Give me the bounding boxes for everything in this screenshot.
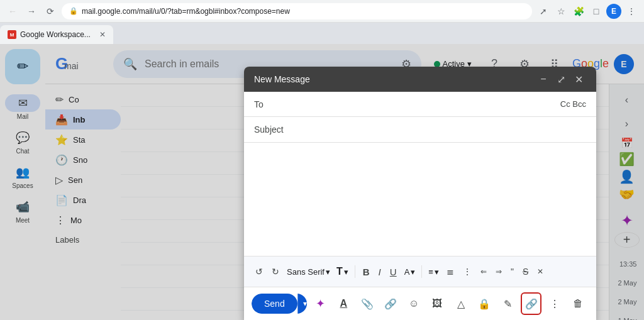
timestamp-2: 2 May — [617, 274, 637, 292]
redo-button[interactable]: ↻ — [268, 263, 283, 280]
align-chevron: ▾ — [435, 267, 439, 277]
url-text: mail.google.com/mail/u/0/?tab=rm&ogbl#in… — [82, 7, 290, 16]
send-wrapper: Send ▾ — [252, 294, 307, 314]
subject-field: Subject — [244, 117, 596, 142]
bulleted-list-button[interactable]: ⋮ — [459, 263, 475, 280]
link-button[interactable]: 🔗 — [380, 292, 401, 315]
font-family-chevron: ▾ — [326, 267, 330, 277]
quote-button[interactable]: " — [507, 263, 518, 280]
bold-button[interactable]: B — [359, 263, 374, 280]
tab-close-button[interactable]: ✕ — [99, 30, 106, 39]
smart-compose-button[interactable]: 🔗 — [521, 292, 542, 315]
drafts-nav-label: Dra — [73, 196, 86, 205]
send-arrow-button[interactable]: ▾ — [297, 294, 308, 314]
indent-decrease-button[interactable]: ⇐ — [477, 263, 491, 280]
strikethrough-button[interactable]: S — [519, 263, 532, 280]
delete-draft-button[interactable]: 🗑 — [568, 292, 589, 315]
ai-icon[interactable]: ✦ — [614, 212, 640, 229]
cc-bcc-button[interactable]: Cc Bcc — [560, 99, 586, 109]
right-panel-nav-up[interactable]: ‹ — [623, 89, 631, 111]
chat-icon: 💬 — [5, 129, 40, 146]
drive-button[interactable]: △ — [450, 292, 471, 315]
collab-icon[interactable]: 🤝 — [614, 187, 640, 202]
active-tab[interactable]: M Google Workspace... ✕ — [0, 25, 113, 44]
left-nav-compose[interactable]: ✏ Co — [45, 89, 121, 109]
sidebar-item-meet[interactable]: 📹 Meet — [0, 194, 45, 228]
contacts-icon[interactable]: 👤 — [614, 169, 640, 184]
sidebar-item-spaces[interactable]: 👥 Spaces — [0, 160, 45, 193]
font-size-select[interactable]: T ▾ — [334, 265, 351, 279]
align-select[interactable]: ≡ ▾ — [426, 266, 441, 278]
menu-button[interactable]: ⋮ — [624, 4, 639, 19]
spaces-icon: 👥 — [5, 163, 40, 181]
emoji-button[interactable]: ☺ — [404, 292, 425, 315]
browser-avatar[interactable]: E — [606, 4, 621, 19]
user-avatar[interactable]: E — [614, 54, 634, 74]
address-bar[interactable]: 🔒 mail.google.com/mail/u/0/?tab=rm&ogbl#… — [62, 3, 532, 19]
drafts-icon: 📄 — [55, 194, 68, 206]
calendar-icon[interactable]: 📅 — [614, 137, 640, 149]
left-nav-sent[interactable]: ▷ Sen — [45, 170, 121, 190]
reload-button[interactable]: ⟳ — [43, 4, 58, 19]
browser-actions: ➚ ☆ 🧩 □ E ⋮ — [536, 4, 639, 19]
left-nav-starred[interactable]: ⭐ Sta — [45, 130, 121, 150]
attach-button[interactable]: 📎 — [357, 292, 377, 315]
subject-label: Subject — [254, 124, 292, 135]
close-button[interactable]: ✕ — [571, 72, 586, 87]
starred-nav-label: Sta — [73, 135, 86, 145]
minimize-button[interactable]: − — [536, 72, 551, 87]
compose-button[interactable]: ✏ — [5, 49, 40, 84]
tab-favicon: M — [8, 30, 16, 39]
text-color-button[interactable]: A — [333, 292, 354, 315]
ai-assist-button[interactable]: ✦ — [309, 292, 330, 315]
left-nav-inbox[interactable]: 📥 Inb — [45, 109, 121, 130]
share-button[interactable]: ➚ — [536, 4, 551, 19]
lock-button[interactable]: 🔒 — [474, 292, 494, 315]
to-field: To Cc Bcc — [244, 92, 596, 117]
compose-header: New Message − ⤢ ✕ — [244, 67, 596, 92]
extensions-button[interactable]: 🧩 — [571, 4, 586, 19]
compose-toolbar: ↺ ↻ Sans Serif ▾ T ▾ B I U A — [244, 256, 596, 287]
to-input[interactable] — [292, 99, 560, 109]
underline-button[interactable]: U — [386, 263, 401, 280]
left-nav-snoozed[interactable]: 🕐 Sno — [45, 150, 121, 170]
compose-body[interactable] — [244, 143, 596, 256]
right-panel-nav-down[interactable]: › — [623, 113, 631, 135]
italic-button[interactable]: I — [375, 263, 385, 280]
mail-label: Mail — [17, 113, 28, 120]
more-options-button[interactable]: ⋮ — [544, 292, 565, 315]
left-nav-more[interactable]: ⋮ Mo — [45, 210, 121, 230]
left-panel: ✏ Co 📥 Inb ⭐ Sta 🕐 Sno — [45, 84, 121, 320]
subject-input[interactable] — [292, 124, 586, 135]
right-panel: ‹ › 📅 ✅ 👤 🤝 ✦ + 13:35 2 May 2 May 1 May — [609, 84, 644, 320]
sidebar-item-mail[interactable]: ✉ Mail — [0, 91, 45, 124]
profile-button[interactable]: □ — [589, 4, 604, 19]
search-icon: 🔍 — [123, 57, 137, 71]
toolbar-sep-2 — [421, 265, 422, 278]
font-family-label: Sans Serif — [287, 267, 325, 277]
left-nav-drafts[interactable]: 📄 Dra — [45, 190, 121, 210]
labels-header: Labels — [45, 230, 121, 250]
indent-increase-button[interactable]: ⇒ — [492, 263, 506, 280]
image-button[interactable]: 🖼 — [427, 292, 448, 315]
send-button[interactable]: Send — [252, 294, 297, 314]
bookmark-button[interactable]: ☆ — [553, 4, 569, 19]
back-button[interactable]: ← — [5, 4, 20, 19]
clear-formatting-button[interactable]: ✕ — [533, 263, 547, 280]
forward-button[interactable]: → — [24, 4, 39, 19]
sidebar-item-chat[interactable]: 💬 Chat — [0, 125, 45, 158]
add-app-button[interactable]: + — [614, 232, 640, 248]
numbered-list-button[interactable]: ≣ — [443, 263, 458, 280]
spaces-label: Spaces — [12, 182, 33, 189]
compose-nav-label: Co — [69, 95, 79, 104]
font-family-select[interactable]: Sans Serif ▾ — [284, 266, 333, 278]
more-nav-label: Mo — [70, 216, 82, 225]
align-icon: ≡ — [428, 267, 433, 277]
tasks-icon[interactable]: ✅ — [614, 152, 640, 167]
undo-button[interactable]: ↺ — [252, 263, 267, 280]
expand-button[interactable]: ⤢ — [553, 72, 569, 87]
compose-title: New Message — [254, 74, 310, 84]
font-color-select[interactable]: A ▾ — [402, 266, 418, 278]
signature-button[interactable]: ✎ — [497, 292, 518, 315]
gmail-m-logo: G mail — [55, 55, 78, 72]
